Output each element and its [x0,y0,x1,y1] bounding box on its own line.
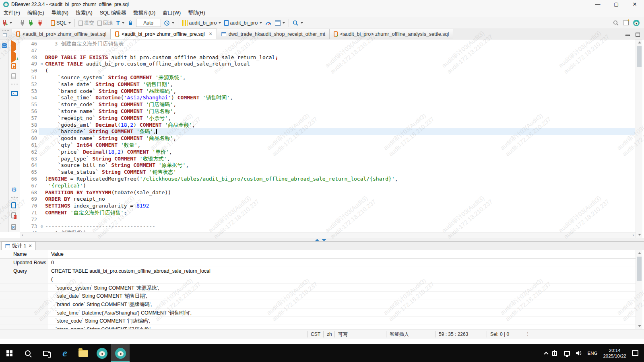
execute-statement-button[interactable] [11,43,18,49]
table-row-1[interactable]: QueryCREATE TABLE audit_bi_pro.custom_of… [0,267,636,276]
status-overflow-icon[interactable]: ⋮ [525,331,530,337]
editor-tab-3[interactable]: <audit_bi_pro> zhumr_offline_analysis_se… [330,29,453,39]
internet-explorer-button[interactable]: e [56,344,74,362]
execute-script-button[interactable] [11,63,18,70]
status-segment-0[interactable]: CST [307,331,323,337]
new-connection-button[interactable]: + [0,19,14,27]
menu-item-2[interactable]: 导航(N) [48,9,72,17]
status-segment-4[interactable]: 59 : 35 : 2263 [435,331,487,337]
fold-marker-icon[interactable]: ⊖ [39,61,45,68]
task-view-button[interactable] [37,344,56,362]
table-row-0[interactable]: Updated Rows0 [0,259,636,267]
code-line-67[interactable]: 67 '{replica}') [20,183,635,189]
status-segment-3[interactable]: 智能插入 [386,331,435,337]
reconnect-button[interactable] [27,19,36,27]
settings-gear-button[interactable]: ⚙ [11,187,18,193]
code-line-54[interactable]: 54 `sale_time` Datetime('Asia/Shanghai')… [20,95,635,101]
horizontal-scrollbar[interactable]: ‹ › [20,232,636,238]
minimize-window-button[interactable]: — [588,0,607,9]
menu-item-0[interactable]: 文件(F) [0,9,24,17]
table-row-4[interactable]: `sale_date` String COMMENT '销售日期', [0,292,636,300]
status-segment-1[interactable]: zh [323,331,334,337]
scrollbar-thumb[interactable] [637,46,642,67]
disconnect-button[interactable] [36,19,45,27]
dbeaver-logo-icon[interactable] [633,19,640,27]
table-row-8[interactable]: `store_name` String COMMENT '门店名称', [0,325,636,329]
code-line-59[interactable]: 59 `barcode` String COMMENT '条码', [20,128,635,135]
code-line-57[interactable]: 57 `receipt_no` String COMMENT '小票号', [20,115,635,122]
code-line-49[interactable]: 49⊖CREATE TABLE audit_bi_pro.custom_offl… [20,61,635,68]
explain-plan-button[interactable] [11,73,18,80]
menu-item-3[interactable]: 搜索(A) [72,9,96,17]
code-line-65[interactable]: 65 `sale_status` String COMMENT '销售状态' [20,169,635,176]
search-menu-button[interactable] [291,19,305,27]
editor-vertical-scrollbar[interactable] [636,39,642,238]
lock-button[interactable] [126,19,135,27]
code-line-61[interactable]: 61 `qty` Int64 COMMENT '数量', [20,142,635,149]
fold-marker-icon[interactable]: ⊖ [39,223,45,230]
code-line-47[interactable]: 47----------------------------------- [20,47,635,54]
status-segment-5[interactable]: Sel: 0 | 0 [487,331,521,337]
code-line-60[interactable]: 60 `goods_name` String COMMENT '商品名称', [20,135,635,142]
parameters-button[interactable]: (x) [11,222,18,229]
database-navigator-icon[interactable] [1,43,8,49]
scrollbar-thumb[interactable] [637,257,642,281]
layout-button[interactable] [273,19,287,27]
code-line-68[interactable]: 68PARTITION BY toYYYYMM(toDate(sale_date… [20,189,635,196]
code-line-66[interactable]: 66)ENGINE = ReplicatedMergeTree('/clickh… [20,176,635,183]
connection-selector[interactable]: audit_bi_pro [180,19,223,27]
code-line-58[interactable]: 58 `goods_amt` Decimal(18,2) COMMENT '商品… [20,122,635,129]
network-tray-icon[interactable] [564,351,570,356]
tray-expand-icon[interactable] [544,352,548,356]
code-line-55[interactable]: 55 `store_code` String COMMENT '门店编码', [20,101,635,108]
tab-statistics[interactable]: 统计 1 ✕ [1,241,36,250]
action-center-icon[interactable] [632,350,638,356]
file-explorer-button[interactable] [74,344,93,362]
code-line-70[interactable]: 70SETTINGS index_granularity = 8192 [20,203,635,210]
collapse-down-icon[interactable] [322,239,326,241]
dashboard-button[interactable] [264,19,273,27]
scroll-left-icon[interactable]: ‹ [22,232,23,237]
commit-button[interactable]: 提交 [77,19,96,27]
table-row-2[interactable]: ( [0,275,636,284]
rollback-button[interactable]: 回滚 [96,19,115,27]
menu-item-7[interactable]: 帮助(H) [184,9,208,17]
export-result-button[interactable] [11,202,18,209]
scroll-down-icon[interactable] [638,325,641,327]
results-vertical-scrollbar[interactable] [636,250,642,329]
quick-search-icon[interactable] [613,20,619,26]
menu-item-1[interactable]: 编辑(E) [24,9,48,17]
code-line-72[interactable]: 72 [20,216,635,223]
code-line-71[interactable]: 71COMMENT '自定义海外门店销售'; [20,210,635,216]
maximize-editor-icon[interactable] [636,33,640,37]
code-line-51[interactable]: 51 `source_system` String COMMENT '来源系统'… [20,74,635,81]
menu-item-5[interactable]: 数据库(D) [130,9,159,17]
scroll-up-icon[interactable] [638,252,641,254]
code-area[interactable]: 46-- 3 创建自定义海外门店销售表47-------------------… [20,39,635,232]
code-line-62[interactable]: 62 `price` Decimal(18,2) COMMENT '单价', [20,149,635,156]
maximize-window-button[interactable]: ▢ [607,0,625,9]
volume-tray-icon[interactable] [576,350,582,356]
table-row-3[interactable]: `source_system` String COMMENT '来源系统', [0,284,636,292]
code-line-52[interactable]: 52 `sale_date` String COMMENT '销售日期', [20,81,635,88]
autocommit-selector[interactable]: Auto [136,19,161,27]
status-segment-2[interactable]: 可写 [334,331,386,337]
code-line-50[interactable]: 50( [20,68,635,74]
unsaved-script-button[interactable] [11,212,18,219]
code-line-48[interactable]: 48DROP TABLE IF EXISTS audit_bi_pro.cust… [20,54,635,61]
expand-up-icon[interactable] [315,239,320,241]
editor-area-controls[interactable] [0,29,12,39]
editor-tab-1[interactable]: <audit_bi_pro> zhumr_offline_pre.sql✕ [111,29,217,39]
connect-button[interactable] [18,19,27,27]
code-line-56[interactable]: 56 `store_name` String COMMENT '门店名称', [20,108,635,115]
perspective-icon[interactable] [623,21,629,25]
dbeaver-active-taskbar-button[interactable] [111,344,130,362]
table-row-5[interactable]: `brand_code` String COMMENT '品牌编码', [0,300,636,309]
transaction-mode-button[interactable]: T [115,19,126,27]
close-tab-icon[interactable]: ✕ [208,31,212,37]
editor-tab-2[interactable]: dwd_trade_hkaudit_shop_receipt_other_mt [217,29,330,39]
editor-tab-0[interactable]: <audit_bi_pro> zhumr_offline_test.sql [12,29,111,39]
menu-item-6[interactable]: 窗口(W) [159,9,184,17]
table-row-7[interactable]: `store_code` String COMMENT '门店编码', [0,317,636,325]
close-icon[interactable]: ✕ [28,243,32,249]
